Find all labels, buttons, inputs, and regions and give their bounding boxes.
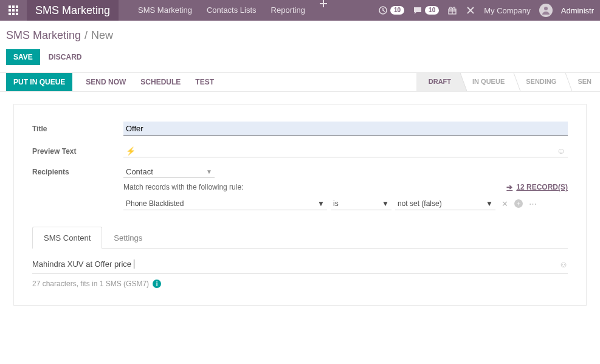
form-save-row: SAVE DISCARD <box>0 47 600 72</box>
nav-links: SMS Marketing Contacts Lists Reporting <box>131 0 331 21</box>
svg-rect-8 <box>16 13 18 15</box>
tabs: SMS Content Settings <box>32 226 568 249</box>
user-name[interactable]: Administr <box>561 6 594 15</box>
status-sending[interactable]: SENDING <box>513 73 565 91</box>
sms-body-text: Mahindra XUV at Offer price <box>32 259 131 269</box>
put-in-queue-button[interactable]: PUT IN QUEUE <box>6 73 72 91</box>
brand-title: SMS Marketing <box>27 0 119 21</box>
rule-value-select[interactable]: not set (false) ▼ <box>395 197 495 210</box>
recipients-value: Contact <box>126 167 153 176</box>
breadcrumb-current: New <box>91 29 113 42</box>
test-button[interactable]: TEST <box>188 73 221 91</box>
company-name[interactable]: My Company <box>484 6 531 15</box>
rule-operator-select[interactable]: is ▼ <box>331 197 391 210</box>
rule-field-select[interactable]: Phone Blacklisted ▼ <box>123 197 327 210</box>
schedule-button[interactable]: SCHEDULE <box>133 73 188 91</box>
rule-field-value: Phone Blacklisted <box>126 199 184 208</box>
arrow-right-icon: ➔ <box>506 183 512 191</box>
caret-down-icon: ▼ <box>486 199 493 208</box>
rule-operator-value: is <box>333 199 339 208</box>
svg-rect-4 <box>12 9 15 12</box>
navbar-right: 10 10 My Company Administr <box>378 4 600 17</box>
svg-rect-6 <box>9 13 11 15</box>
user-avatar-icon[interactable] <box>539 4 553 17</box>
title-label: Title <box>32 125 123 133</box>
status-draft[interactable]: DRAFT <box>416 73 460 91</box>
action-bar: PUT IN QUEUE SEND NOW SCHEDULE TEST DRAF… <box>0 72 600 92</box>
delete-rule-icon[interactable]: ✕ <box>502 199 508 208</box>
chat-icon <box>413 5 422 15</box>
svg-rect-2 <box>16 5 18 8</box>
top-navbar: SMS Marketing SMS Marketing Contacts Lis… <box>0 0 600 21</box>
caret-down-icon: ▼ <box>317 199 325 208</box>
tools-icon[interactable] <box>466 5 475 15</box>
sms-counter-text: 27 characters, fits in 1 SMS (GSM7) <box>32 280 149 288</box>
svg-rect-5 <box>16 9 18 12</box>
status-in-queue[interactable]: IN QUEUE <box>460 73 513 91</box>
match-rule-label: Match records with the following rule: <box>123 183 243 191</box>
recipients-select[interactable]: Contact ▼ <box>123 166 215 178</box>
lightning-icon[interactable]: ⚡ <box>126 146 136 156</box>
records-count-text: 12 RECORD(S) <box>516 183 568 191</box>
add-rule-icon[interactable]: + <box>514 199 523 208</box>
more-rule-icon[interactable]: ⋯ <box>529 199 537 208</box>
tab-settings[interactable]: Settings <box>102 227 154 249</box>
form-sheet: Title Preview Text ⚡ ☺ Recipients Contac… <box>13 104 587 306</box>
svg-rect-7 <box>12 13 15 15</box>
clock-icon <box>378 5 388 15</box>
preview-input[interactable] <box>139 146 553 156</box>
svg-point-11 <box>544 7 548 10</box>
title-input[interactable] <box>123 122 568 136</box>
breadcrumb-separator: / <box>84 29 88 42</box>
nav-new-icon[interactable] <box>312 0 331 21</box>
rule-value-text: not set (false) <box>398 199 442 208</box>
svg-rect-1 <box>12 5 15 8</box>
records-count-link[interactable]: ➔ 12 RECORD(S) <box>506 183 568 191</box>
emoji-icon[interactable]: ☺ <box>557 146 565 156</box>
svg-rect-3 <box>9 9 11 12</box>
nav-reporting[interactable]: Reporting <box>264 0 312 21</box>
tab-sms-content[interactable]: SMS Content <box>32 227 102 249</box>
activity-indicator[interactable]: 10 <box>378 5 404 15</box>
filter-rule-row: Phone Blacklisted ▼ is ▼ not set (false)… <box>123 197 568 210</box>
recipients-label: Recipients <box>32 168 123 176</box>
messages-indicator[interactable]: 10 <box>413 5 439 15</box>
caret-down-icon: ▼ <box>382 199 389 208</box>
save-button[interactable]: SAVE <box>6 49 40 65</box>
nav-contacts-lists[interactable]: Contacts Lists <box>199 0 264 21</box>
svg-rect-0 <box>9 5 11 8</box>
send-now-button[interactable]: SEND NOW <box>78 73 133 91</box>
nav-sms-marketing[interactable]: SMS Marketing <box>131 0 199 21</box>
preview-label: Preview Text <box>32 147 123 156</box>
status-bar: DRAFT IN QUEUE SENDING SEN <box>416 73 600 91</box>
breadcrumb-root[interactable]: SMS Marketing <box>6 29 81 42</box>
messages-badge: 10 <box>425 6 439 15</box>
sms-body-editor[interactable]: Mahindra XUV at Offer price ☺ <box>32 249 568 273</box>
activity-badge: 10 <box>390 6 404 15</box>
emoji-icon[interactable]: ☺ <box>559 259 568 269</box>
apps-icon[interactable] <box>0 0 27 21</box>
caret-down-icon: ▼ <box>206 168 212 175</box>
sms-counter: 27 characters, fits in 1 SMS (GSM7) i <box>32 273 568 288</box>
gift-icon[interactable] <box>447 5 457 15</box>
breadcrumb: SMS Marketing / New <box>0 21 600 47</box>
discard-button[interactable]: DISCARD <box>49 53 82 61</box>
info-icon[interactable]: i <box>153 280 161 288</box>
